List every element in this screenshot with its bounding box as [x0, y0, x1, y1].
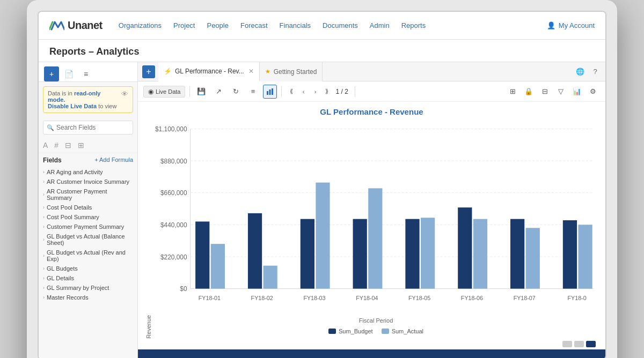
group-field-icon[interactable]: ⊞	[78, 141, 84, 150]
chevron-icon: ›	[43, 237, 45, 242]
list-icon-button[interactable]: ≡	[246, 85, 260, 99]
live-data-msg: Data is in	[48, 90, 74, 96]
chart-inner: $1,100,000 $880,000 $660,000 $440,000 $2…	[152, 122, 600, 339]
text-field-icon[interactable]: A	[43, 141, 48, 150]
field-item[interactable]: › GL Details	[41, 273, 135, 283]
page-dot-2[interactable]	[574, 341, 584, 347]
field-item[interactable]: › Cost Pool Details	[41, 203, 135, 212]
field-item[interactable]: › Master Records	[41, 293, 135, 302]
bar-budget-6[interactable]	[458, 207, 472, 288]
bar-actual-7[interactable]	[526, 228, 540, 288]
svg-text:FY18-01: FY18-01	[199, 295, 221, 301]
field-item[interactable]: › AR Customer Invoice Summary	[41, 177, 135, 187]
field-item[interactable]: › Customer Payment Summary	[41, 222, 135, 232]
toolbar: ◉ Live Data 💾 ↗ ↻ ≡	[138, 81, 605, 102]
settings-icon-button[interactable]: ⚙	[586, 85, 600, 99]
filter-icon-button[interactable]: ▽	[554, 85, 568, 99]
page-dot-3[interactable]	[586, 341, 596, 347]
field-item-label: GL Budgets	[47, 265, 78, 272]
chevron-icon: ›	[43, 253, 45, 258]
my-account-button[interactable]: 👤 My Account	[547, 21, 595, 29]
tab-gl-performance[interactable]: ⚡ GL Performance - Rev... ✕	[158, 62, 260, 81]
logo[interactable]: Unanet	[49, 19, 103, 32]
bar-actual-3[interactable]	[316, 183, 330, 289]
star-icon: ★	[265, 68, 270, 75]
filter-field-icon[interactable]: ⊟	[65, 141, 71, 150]
nav-financials[interactable]: Financials	[280, 20, 311, 31]
chevron-icon: ›	[43, 295, 45, 300]
bar-budget-4[interactable]	[353, 219, 367, 289]
page-dot-1[interactable]	[562, 341, 572, 347]
bar-actual-8[interactable]	[578, 225, 592, 288]
separator	[281, 86, 282, 97]
logo-text: Unanet	[68, 19, 103, 32]
nav-documents[interactable]: Documents	[323, 20, 358, 31]
separator	[189, 86, 190, 97]
chart-icon-button[interactable]	[263, 85, 277, 99]
sidebar-tab-doc[interactable]: 📄	[61, 66, 76, 81]
sidebar-tab-plus[interactable]: +	[44, 66, 59, 81]
tab-getting-started[interactable]: ★ Getting Started	[260, 62, 323, 81]
page-next-button[interactable]: ›	[310, 86, 320, 97]
sidebar-tab-list[interactable]: ≡	[78, 66, 93, 81]
field-item[interactable]: › AR Customer Payment Summary	[41, 187, 135, 203]
live-data-btn-label: Live Data	[156, 88, 180, 95]
number-field-icon[interactable]: #	[54, 141, 58, 150]
field-item[interactable]: › Cost Pool Summary	[41, 212, 135, 222]
bar-budget-3[interactable]	[301, 219, 314, 289]
tab-label-gl: GL Performance - Rev...	[175, 68, 244, 75]
search-fields-input[interactable]	[43, 121, 133, 135]
export-icon-button[interactable]: ↗	[211, 85, 225, 99]
field-item[interactable]: › AR Aging and Activity	[41, 167, 135, 177]
svg-text:FY18-05: FY18-05	[408, 295, 430, 301]
add-tab-button[interactable]: +	[142, 65, 155, 78]
chevron-icon: ›	[43, 179, 45, 184]
svg-text:$0: $0	[180, 285, 187, 293]
nav-admin[interactable]: Admin	[370, 20, 390, 31]
field-item-label: AR Customer Payment Summary	[47, 188, 133, 201]
live-data-disable[interactable]: Disable Live Data	[48, 103, 97, 109]
chart-legend: Sum_Budget Sum_Actual	[152, 325, 600, 339]
help-icon-button[interactable]: ?	[589, 66, 601, 78]
page-header: Reports – Analytics	[39, 40, 605, 62]
bar-budget-8[interactable]	[563, 220, 577, 289]
bar-budget-5[interactable]	[405, 219, 419, 289]
analytics-icon-button[interactable]: 📊	[570, 85, 584, 99]
field-item[interactable]: › GL Summary by Project	[41, 283, 135, 293]
field-item[interactable]: › GL Budget vs Actual (Balance Sheet)	[41, 232, 135, 248]
eye-icon[interactable]: 👁	[121, 90, 128, 98]
refresh-icon-button[interactable]: ↻	[229, 85, 243, 99]
page-last-button[interactable]: ⟫	[321, 86, 332, 97]
bar-actual-2[interactable]	[264, 266, 277, 289]
main-layout: + 📄 ≡ Data is in read-only mode. Disable…	[39, 62, 605, 358]
nav-reports[interactable]: Reports	[401, 20, 426, 31]
nav-forecast[interactable]: Forecast	[240, 20, 268, 31]
tab-close-icon[interactable]: ✕	[248, 68, 254, 75]
legend-item-budget: Sum_Budget	[328, 328, 373, 334]
bar-actual-4[interactable]	[368, 188, 382, 288]
page-first-button[interactable]: ⟪	[286, 86, 297, 97]
nav-organizations[interactable]: Organizations	[119, 20, 162, 31]
field-item[interactable]: › GL Budget vs Actual (Rev and Exp)	[41, 248, 135, 264]
nav-people[interactable]: People	[207, 20, 228, 31]
lock-icon-button[interactable]: 🔒	[522, 85, 536, 99]
add-formula-button[interactable]: + Add Formula	[94, 156, 133, 164]
columns-icon-button[interactable]: ⊟	[538, 85, 552, 99]
nav-project[interactable]: Project	[173, 20, 195, 31]
save-icon-button[interactable]: 💾	[194, 85, 208, 99]
page-prev-button[interactable]: ‹	[298, 86, 309, 97]
field-item-label: Customer Payment Summary	[47, 223, 124, 230]
bar-actual-6[interactable]	[473, 219, 487, 289]
bar-actual-1[interactable]	[211, 244, 225, 289]
fields-icon-button[interactable]: ⊞	[506, 85, 519, 99]
bar-actual-5[interactable]	[421, 218, 435, 288]
bar-budget-1[interactable]	[195, 221, 209, 288]
fields-header: Fields + Add Formula	[39, 153, 137, 166]
bar-budget-2[interactable]	[248, 213, 262, 289]
field-item-label: GL Summary by Project	[47, 285, 109, 291]
bar-budget-7[interactable]	[510, 219, 524, 289]
live-data-toggle[interactable]: ◉ Live Data	[143, 86, 185, 98]
main-nav: Organizations Project People Forecast Fi…	[119, 20, 547, 31]
globe-icon-button[interactable]: 🌐	[574, 66, 586, 78]
field-item[interactable]: › GL Budgets	[41, 264, 135, 273]
